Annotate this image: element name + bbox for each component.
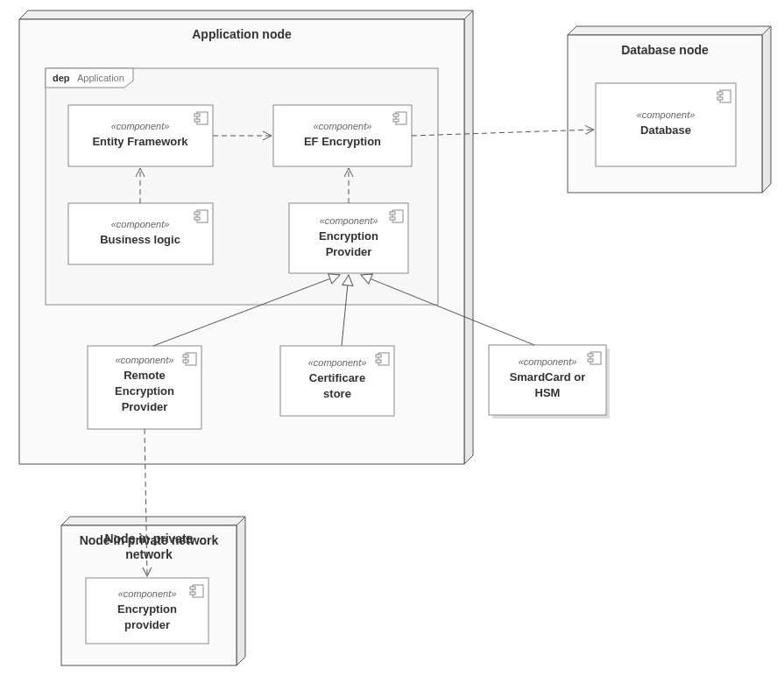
package-tag: dep [53, 73, 70, 83]
svg-marker-2 [464, 11, 473, 464]
svg-rect-30 [390, 217, 395, 220]
component-database: «component» Database [596, 83, 736, 166]
svg-rect-10 [194, 114, 200, 116]
svg-marker-1 [19, 11, 473, 19]
uml-diagram: Application node dep Application «compon… [0, 0, 784, 676]
svg-rect-53 [588, 359, 593, 362]
svg-text:Provider: Provider [122, 400, 168, 413]
package-name: Application [77, 73, 124, 83]
svg-rect-52 [588, 354, 593, 356]
svg-marker-55 [762, 26, 771, 193]
svg-text:«component»: «component» [308, 357, 367, 368]
svg-rect-74 [190, 592, 195, 595]
svg-text:Certificare: Certificare [309, 371, 365, 384]
application-node-title: Application node [192, 27, 292, 41]
component-ef-encryption: «component» EF Encryption [273, 105, 412, 166]
svg-rect-16 [393, 114, 399, 116]
svg-rect-37 [183, 355, 188, 357]
svg-text:Node in private: Node in private [104, 532, 193, 546]
svg-text:«component»: «component» [118, 588, 177, 599]
svg-text:«component»: «component» [519, 356, 577, 367]
svg-text:Provider: Provider [326, 245, 372, 258]
svg-text:Database: Database [640, 123, 691, 137]
component-remote-encryption-provider: «component» Remote Encryption Provider [88, 346, 201, 429]
svg-rect-44 [376, 355, 381, 357]
svg-text:Remote: Remote [124, 369, 166, 382]
svg-text:network: network [125, 547, 173, 561]
svg-text:store: store [323, 387, 351, 400]
svg-rect-73 [190, 587, 195, 589]
svg-rect-38 [183, 360, 188, 363]
svg-rect-11 [194, 119, 200, 122]
svg-text:«component»: «component» [314, 121, 372, 131]
svg-text:«component»: «component» [637, 109, 696, 120]
component-smartcard-hsm: «component» SmardCard or HSM [489, 345, 610, 419]
svg-marker-64 [237, 517, 245, 665]
svg-text:Encryption: Encryption [117, 602, 177, 616]
svg-text:«component»: «component» [116, 355, 174, 365]
component-encryption-provider-private: «component» Encryption provider [86, 578, 208, 644]
database-node-title: Database node [621, 43, 709, 57]
svg-rect-17 [393, 119, 399, 122]
svg-text:Business logic: Business logic [100, 233, 180, 246]
svg-text:Encryption: Encryption [115, 384, 174, 398]
svg-text:HSM: HSM [535, 386, 561, 399]
svg-text:«component»: «component» [111, 121, 170, 131]
component-encryption-provider: «component» Encryption Provider [289, 203, 408, 273]
component-certificate-store: «component» Certificare store [280, 346, 394, 416]
svg-text:«component»: «component» [320, 215, 378, 226]
svg-rect-61 [717, 92, 723, 95]
svg-marker-54 [568, 26, 771, 35]
svg-rect-62 [717, 97, 723, 100]
svg-rect-22 [194, 212, 200, 215]
svg-text:EF Encryption: EF Encryption [304, 135, 381, 148]
component-entity-framework: «component» Entity Framework [68, 105, 213, 166]
svg-text:SmardCard or: SmardCard or [510, 370, 586, 384]
svg-text:Entity Framework: Entity Framework [92, 135, 188, 148]
svg-rect-29 [390, 212, 395, 215]
svg-marker-63 [61, 517, 245, 525]
svg-text:provider: provider [124, 618, 170, 631]
svg-text:Encryption: Encryption [319, 229, 378, 243]
svg-rect-45 [376, 360, 381, 363]
svg-rect-23 [194, 217, 200, 220]
component-business-logic: «component» Business logic [68, 203, 213, 264]
svg-text:«component»: «component» [111, 219, 170, 229]
